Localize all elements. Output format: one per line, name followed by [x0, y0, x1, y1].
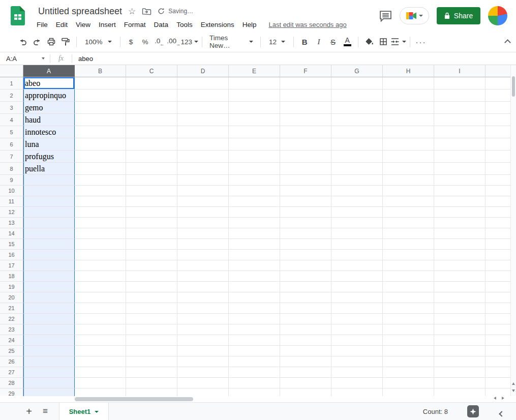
cell-D9[interactable]	[177, 175, 229, 186]
cell-partial-25[interactable]	[485, 346, 510, 356]
row-header-12[interactable]: 12	[0, 207, 23, 218]
cell-D29[interactable]	[177, 388, 229, 396]
cell-A16[interactable]	[23, 250, 75, 260]
share-button[interactable]: Share	[437, 7, 480, 24]
cell-H15[interactable]	[383, 239, 434, 250]
cell-G17[interactable]	[331, 260, 383, 271]
cell-G13[interactable]	[331, 218, 383, 228]
cell-A7[interactable]: profugus	[23, 151, 75, 163]
collapse-panel-button[interactable]	[500, 409, 504, 418]
cell-A13[interactable]	[23, 218, 75, 228]
scroll-up-arrow[interactable]	[512, 382, 515, 385]
cell-B24[interactable]	[75, 335, 126, 346]
comment-history-button[interactable]	[379, 10, 392, 22]
cell-H29[interactable]	[383, 388, 434, 396]
row-header-27[interactable]: 27	[0, 367, 23, 378]
cell-A2[interactable]: appropinquo	[23, 89, 75, 102]
name-box[interactable]: A:A	[0, 55, 50, 63]
cell-G15[interactable]	[331, 239, 383, 250]
cell-A29[interactable]	[23, 388, 75, 396]
cell-D7[interactable]	[177, 151, 229, 163]
cell-H25[interactable]	[383, 346, 434, 356]
cell-A14[interactable]	[23, 228, 75, 239]
scroll-left-arrow[interactable]	[494, 397, 496, 400]
sheet-tab-menu-caret[interactable]	[95, 411, 99, 413]
cell-C13[interactable]	[126, 218, 177, 228]
cell-I15[interactable]	[434, 239, 485, 250]
cell-H23[interactable]	[383, 324, 434, 335]
cell-A27[interactable]	[23, 367, 75, 378]
cell-C6[interactable]	[126, 138, 177, 151]
cell-I4[interactable]	[434, 114, 485, 126]
cell-D25[interactable]	[177, 346, 229, 356]
borders-button[interactable]	[376, 35, 390, 49]
menu-data[interactable]: Data	[150, 19, 173, 30]
cell-partial-8[interactable]	[485, 163, 510, 175]
sheet-tab[interactable]: Sheet1	[59, 403, 109, 420]
cell-D3[interactable]	[177, 102, 229, 114]
cell-A5[interactable]: innotesco	[23, 126, 75, 138]
cell-A10[interactable]	[23, 186, 75, 196]
column-header-partial[interactable]	[485, 65, 510, 77]
cell-H16[interactable]	[383, 250, 434, 260]
cell-I3[interactable]	[434, 102, 485, 114]
cell-A17[interactable]	[23, 260, 75, 271]
cell-partial-4[interactable]	[485, 114, 510, 126]
menu-file[interactable]: File	[33, 19, 52, 30]
cell-C23[interactable]	[126, 324, 177, 335]
cell-A28[interactable]	[23, 378, 75, 388]
cell-H6[interactable]	[383, 138, 434, 151]
column-header-A[interactable]: A	[23, 65, 75, 77]
cell-B13[interactable]	[75, 218, 126, 228]
cell-B6[interactable]	[75, 138, 126, 151]
row-header-13[interactable]: 13	[0, 218, 23, 228]
cell-D26[interactable]	[177, 356, 229, 367]
cell-D4[interactable]	[177, 114, 229, 126]
text-color-button[interactable]: A	[340, 35, 354, 49]
row-header-6[interactable]: 6	[0, 138, 23, 151]
row-header-24[interactable]: 24	[0, 335, 23, 346]
cell-partial-7[interactable]	[485, 151, 510, 163]
cell-F26[interactable]	[280, 356, 331, 367]
undo-button[interactable]	[16, 35, 30, 49]
cell-C24[interactable]	[126, 335, 177, 346]
cell-H8[interactable]	[383, 163, 434, 175]
cell-H3[interactable]	[383, 102, 434, 114]
cell-B22[interactable]	[75, 314, 126, 324]
bold-button[interactable]: B	[297, 35, 312, 49]
cell-D10[interactable]	[177, 186, 229, 196]
cell-C28[interactable]	[126, 378, 177, 388]
cell-E9[interactable]	[229, 175, 280, 186]
cell-E20[interactable]	[229, 292, 280, 303]
cell-E1[interactable]	[229, 77, 280, 89]
cell-partial-14[interactable]	[485, 228, 510, 239]
cell-E10[interactable]	[229, 186, 280, 196]
cell-G18[interactable]	[331, 271, 383, 282]
cell-A6[interactable]: luna	[23, 138, 75, 151]
cell-D28[interactable]	[177, 378, 229, 388]
vertical-scrollbar[interactable]	[510, 65, 516, 396]
column-header-F[interactable]: F	[280, 65, 331, 77]
cell-G23[interactable]	[331, 324, 383, 335]
cell-I8[interactable]	[434, 163, 485, 175]
cell-I18[interactable]	[434, 271, 485, 282]
cell-H5[interactable]	[383, 126, 434, 138]
cell-partial-10[interactable]	[485, 186, 510, 196]
cell-G1[interactable]	[331, 77, 383, 89]
cell-B27[interactable]	[75, 367, 126, 378]
row-header-16[interactable]: 16	[0, 250, 23, 260]
cell-I14[interactable]	[434, 228, 485, 239]
cell-I1[interactable]	[434, 77, 485, 89]
cell-B5[interactable]	[75, 126, 126, 138]
cell-G20[interactable]	[331, 292, 383, 303]
row-header-2[interactable]: 2	[0, 89, 23, 102]
cell-F21[interactable]	[280, 303, 331, 314]
cell-G14[interactable]	[331, 228, 383, 239]
cell-D12[interactable]	[177, 207, 229, 218]
redo-button[interactable]	[30, 35, 44, 49]
column-header-B[interactable]: B	[75, 65, 126, 77]
cell-B21[interactable]	[75, 303, 126, 314]
cell-partial-27[interactable]	[485, 367, 510, 378]
cell-E7[interactable]	[229, 151, 280, 163]
cell-H13[interactable]	[383, 218, 434, 228]
